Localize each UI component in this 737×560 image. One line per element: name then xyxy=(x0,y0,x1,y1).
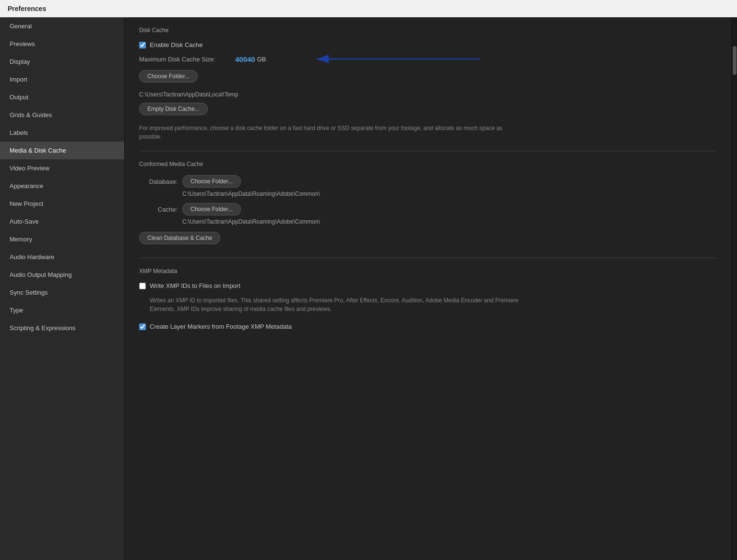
choose-folder-cache-button[interactable]: Choose Folder... xyxy=(182,203,241,215)
enable-disk-cache-checkbox[interactable] xyxy=(139,42,146,48)
sidebar-item-scripting-expressions[interactable]: Scripting & Expressions xyxy=(0,319,124,337)
database-path: C:\Users\Tactiran\AppData\Roaming\Adobe\… xyxy=(182,191,717,197)
scrollbar-thumb[interactable] xyxy=(733,46,737,75)
sidebar-item-auto-save[interactable]: Auto-Save xyxy=(0,213,124,230)
sidebar-item-import[interactable]: Import xyxy=(0,71,124,88)
title-bar: Preferences xyxy=(0,0,737,17)
xmp-metadata-section: XMP Metadata Write XMP IDs to Files on I… xyxy=(139,268,717,330)
max-size-unit: GB xyxy=(257,56,266,63)
sidebar-item-audio-hardware[interactable]: Audio Hardware xyxy=(0,248,124,266)
write-xmp-row: Write XMP IDs to Files on Import xyxy=(139,282,717,289)
write-xmp-label: Write XMP IDs to Files on Import xyxy=(150,282,240,289)
divider-2 xyxy=(139,258,717,258)
scrollbar[interactable] xyxy=(731,17,737,560)
sidebar-item-previews[interactable]: Previews xyxy=(0,35,124,53)
sidebar-item-output[interactable]: Output xyxy=(0,88,124,106)
divider-1 xyxy=(139,151,717,151)
write-xmp-info: Writes an XMP ID to imported files. This… xyxy=(150,296,524,313)
create-layer-row: Create Layer Markers from Footage XMP Me… xyxy=(139,323,717,330)
database-label: Database: xyxy=(139,178,178,185)
cache-row: Cache: Choose Folder... xyxy=(139,203,717,215)
sidebar-item-audio-output-mapping[interactable]: Audio Output Mapping xyxy=(0,266,124,284)
choose-folder-database-button[interactable]: Choose Folder... xyxy=(182,175,241,188)
sidebar-item-labels[interactable]: Labels xyxy=(0,124,124,142)
disk-cache-path: C:\Users\Tactiran\AppData\Local\Temp xyxy=(139,91,717,98)
content-area: Disk Cache Enable Disk Cache Maximum Dis… xyxy=(125,17,731,560)
sidebar-item-type[interactable]: Type xyxy=(0,301,124,319)
enable-disk-cache-label: Enable Disk Cache xyxy=(150,41,203,48)
max-disk-cache-row: Maximum Disk Cache Size: 40040 GB xyxy=(139,55,717,63)
sidebar-item-memory[interactable]: Memory xyxy=(0,230,124,248)
sidebar: GeneralPreviewsDisplayImportOutputGrids … xyxy=(0,17,125,560)
create-layer-checkbox[interactable] xyxy=(139,323,146,330)
empty-disk-cache-button[interactable]: Empty Disk Cache... xyxy=(139,103,208,115)
sidebar-item-sync-settings[interactable]: Sync Settings xyxy=(0,284,124,301)
max-size-value: 40040 xyxy=(235,55,255,63)
max-size-label: Maximum Disk Cache Size: xyxy=(139,56,235,63)
write-xmp-checkbox[interactable] xyxy=(139,283,146,289)
sidebar-item-display[interactable]: Display xyxy=(0,53,124,71)
conformed-media-cache-section: Conformed Media Cache Database: Choose F… xyxy=(139,161,717,248)
clean-database-cache-button[interactable]: Clean Database & Cache xyxy=(139,232,220,244)
title-text: Preferences xyxy=(8,5,46,12)
sidebar-item-new-project[interactable]: New Project xyxy=(0,195,124,213)
cache-path: C:\Users\Tactiran\AppData\Roaming\Adobe\… xyxy=(182,218,717,225)
conformed-cache-title: Conformed Media Cache xyxy=(139,161,717,167)
disk-cache-section: Disk Cache Enable Disk Cache Maximum Dis… xyxy=(139,27,717,141)
sidebar-item-general[interactable]: General xyxy=(0,17,124,35)
xmp-metadata-title: XMP Metadata xyxy=(139,268,717,274)
choose-folder-button-disk[interactable]: Choose Folder... xyxy=(139,70,198,83)
sidebar-item-video-preview[interactable]: Video Preview xyxy=(0,159,124,177)
create-layer-label: Create Layer Markers from Footage XMP Me… xyxy=(150,323,292,330)
database-row: Database: Choose Folder... xyxy=(139,175,717,188)
disk-cache-info: For improved performance, choose a disk … xyxy=(139,124,513,141)
disk-cache-title: Disk Cache xyxy=(139,27,717,34)
sidebar-item-grids-guides[interactable]: Grids & Guides xyxy=(0,106,124,124)
sidebar-item-appearance[interactable]: Appearance xyxy=(0,177,124,195)
cache-label: Cache: xyxy=(139,206,178,213)
enable-disk-cache-row: Enable Disk Cache xyxy=(139,41,717,48)
sidebar-item-media-disk-cache[interactable]: Media & Disk Cache xyxy=(0,142,124,159)
